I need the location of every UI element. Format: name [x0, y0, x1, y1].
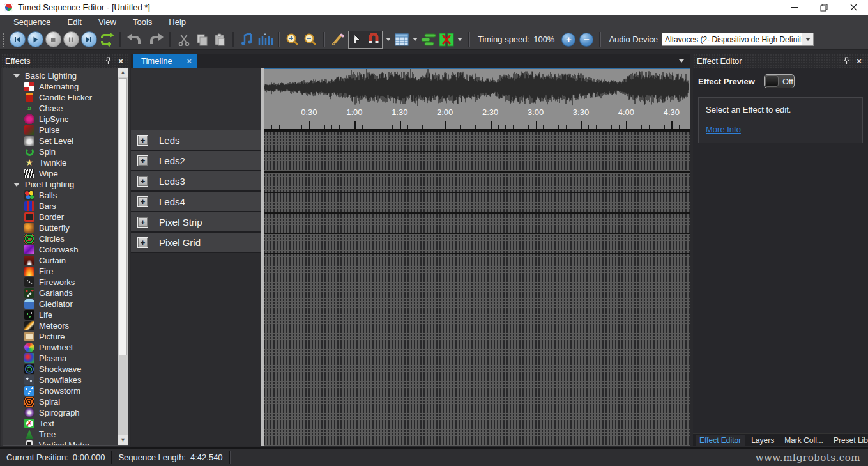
- expand-row-icon[interactable]: +: [137, 237, 148, 248]
- effects-scrollbar[interactable]: ▲ ▼: [118, 68, 128, 445]
- stop-button[interactable]: [45, 31, 61, 48]
- timeline-row-leds2[interactable]: +Leds2: [131, 151, 261, 171]
- pause-button[interactable]: [63, 31, 79, 48]
- more-info-link[interactable]: More Info: [706, 125, 741, 134]
- cut-button[interactable]: [176, 31, 192, 48]
- skip-end-button[interactable]: [80, 31, 97, 48]
- effect-item-plasma[interactable]: Plasma: [3, 353, 128, 364]
- minimize-button[interactable]: [780, 0, 809, 15]
- grid-options-caret-icon[interactable]: [413, 38, 418, 41]
- pin-icon[interactable]: [103, 56, 113, 66]
- expand-row-icon[interactable]: +: [137, 217, 148, 228]
- effect-item-curtain[interactable]: Curtain: [3, 255, 128, 266]
- timing-speed-increase-button[interactable]: +: [561, 33, 575, 47]
- snap-toggle-button[interactable]: [365, 31, 382, 48]
- effects-group-basic-lighting[interactable]: Basic Lighting: [3, 70, 128, 81]
- effect-item-bars[interactable]: Bars: [3, 201, 128, 212]
- effect-item-picture[interactable]: Picture: [3, 331, 128, 342]
- zoom-in-button[interactable]: [284, 31, 301, 48]
- time-ruler[interactable]: 0:301:001:302:002:303:003:304:004:30: [264, 106, 690, 130]
- restore-button[interactable]: [809, 0, 839, 15]
- effect-item-border[interactable]: Border: [3, 212, 128, 222]
- effect-item-life[interactable]: Life: [3, 309, 128, 320]
- menu-help[interactable]: Help: [160, 15, 194, 29]
- effect-item-meteors[interactable]: Meteors: [3, 320, 128, 331]
- timeline-row-leds3[interactable]: +Leds3: [131, 171, 261, 192]
- zoom-out-button[interactable]: [302, 31, 319, 48]
- timeline-row-pixel-grid[interactable]: +Pixel Grid: [131, 233, 261, 253]
- close-gaps-caret-icon[interactable]: [457, 38, 462, 41]
- effects-group-pixel-lighting[interactable]: Pixel Lighting: [3, 179, 128, 190]
- expand-row-icon[interactable]: +: [137, 155, 148, 166]
- expand-row-icon[interactable]: +: [137, 135, 148, 146]
- select-mode-button[interactable]: [349, 31, 365, 48]
- menu-edit[interactable]: Edit: [59, 15, 90, 29]
- panel-tab-preset-lib-[interactable]: Preset Lib...: [830, 435, 868, 446]
- effect-item-candle-flicker[interactable]: Candle Flicker: [3, 92, 128, 103]
- effect-item-snowstorm[interactable]: Snowstorm: [3, 385, 128, 396]
- timing-speed-decrease-button[interactable]: −: [579, 33, 593, 47]
- effect-item-butterfly[interactable]: Butterfly: [3, 222, 128, 233]
- audio-waveform[interactable]: [264, 68, 690, 106]
- grid-row[interactable]: [264, 173, 690, 193]
- effect-item-snowflakes[interactable]: Snowflakes: [3, 375, 128, 385]
- grid-row[interactable]: [264, 214, 690, 234]
- grid-row[interactable]: [264, 193, 690, 214]
- effect-item-vertical-meter[interactable]: Vertical Meter: [3, 440, 128, 446]
- effect-item-text[interactable]: Text: [3, 418, 128, 429]
- close-panel-icon[interactable]: ×: [854, 56, 864, 66]
- effect-item-lipsync[interactable]: LipSync: [3, 114, 128, 125]
- tab-close-icon[interactable]: ×: [187, 56, 192, 66]
- scroll-down-icon[interactable]: ▼: [118, 435, 128, 445]
- paste-button[interactable]: [211, 31, 228, 48]
- menu-view[interactable]: View: [90, 15, 125, 29]
- menu-sequence[interactable]: Sequence: [5, 15, 59, 29]
- timeline-row-leds[interactable]: +Leds: [131, 130, 261, 151]
- play-button[interactable]: [27, 31, 43, 48]
- redo-button[interactable]: [148, 31, 165, 48]
- snap-strength-caret-icon[interactable]: [386, 38, 391, 41]
- effect-item-shockwave[interactable]: Shockwave: [3, 364, 128, 375]
- effect-item-wipe[interactable]: Wipe: [3, 168, 128, 179]
- effect-item-chase[interactable]: Chase: [3, 103, 128, 114]
- draw-mode-button[interactable]: [330, 31, 346, 48]
- grid-row[interactable]: [264, 132, 690, 152]
- audio-tools-button[interactable]: [239, 31, 255, 48]
- effect-item-spirograph[interactable]: Spirograph: [3, 407, 128, 418]
- copy-button[interactable]: [194, 31, 210, 48]
- tab-timeline[interactable]: Timeline ×: [133, 54, 197, 68]
- panel-tab-mark-coll-[interactable]: Mark Coll...: [780, 435, 827, 446]
- menu-tools[interactable]: Tools: [125, 15, 160, 29]
- pin-icon[interactable]: [841, 56, 851, 66]
- scroll-up-icon[interactable]: ▲: [118, 68, 128, 77]
- audio-device-dropdown-button[interactable]: [802, 33, 813, 45]
- grid-row[interactable]: [264, 234, 690, 254]
- timeline-row-pixel-strip[interactable]: +Pixel Strip: [131, 212, 261, 233]
- tab-list-caret-icon[interactable]: [679, 59, 684, 63]
- audio-device-select[interactable]: Altavoces (2- Dispositivo de High Defini…: [662, 33, 814, 46]
- grid-row[interactable]: [264, 152, 690, 173]
- effect-item-set-level[interactable]: Set Level: [3, 136, 128, 146]
- panel-tab-layers[interactable]: Layers: [747, 435, 778, 446]
- expand-row-icon[interactable]: +: [137, 196, 148, 207]
- panel-tab-effect-editor[interactable]: Effect Editor: [696, 435, 745, 446]
- timeline-row-leds4[interactable]: +Leds4: [131, 192, 261, 212]
- toolbar-grip[interactable]: [3, 33, 6, 47]
- effect-item-colorwash[interactable]: Colorwash: [3, 244, 128, 255]
- skip-start-button[interactable]: [9, 31, 26, 48]
- effect-item-circles[interactable]: Circles: [3, 233, 128, 244]
- effect-item-spin[interactable]: Spin: [3, 146, 128, 157]
- effect-item-alternating[interactable]: Alternating: [3, 81, 128, 92]
- expand-row-icon[interactable]: +: [137, 176, 148, 187]
- effect-preview-toggle[interactable]: Off: [764, 74, 795, 88]
- close-panel-icon[interactable]: ×: [116, 56, 126, 66]
- effect-item-spiral[interactable]: Spiral: [3, 396, 128, 407]
- beat-marks-button[interactable]: [257, 31, 273, 48]
- effect-item-fireworks[interactable]: Fireworks: [3, 277, 128, 288]
- undo-button[interactable]: [126, 31, 142, 48]
- timeline-grid[interactable]: [264, 130, 690, 446]
- close-gaps-button[interactable]: [438, 31, 455, 48]
- align-effects-button[interactable]: [420, 31, 437, 48]
- effect-item-tree[interactable]: Tree: [3, 429, 128, 440]
- loop-button[interactable]: [98, 31, 115, 48]
